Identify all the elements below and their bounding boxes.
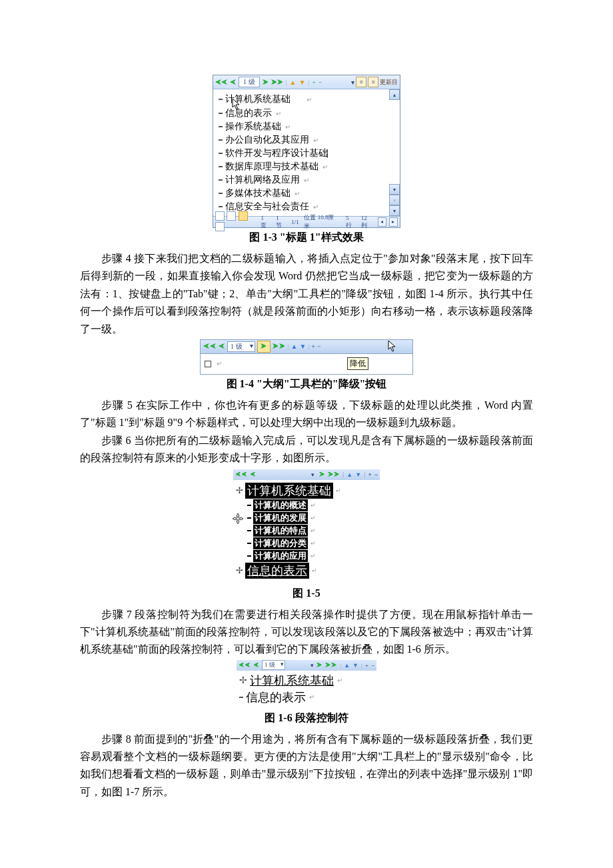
update-toc-label[interactable]: 更新目	[380, 78, 398, 87]
return-icon: ↵	[217, 360, 222, 367]
scroll-down-icon[interactable]: ▾	[389, 184, 400, 195]
outline-toolbar: ⮜⮜ ⮜ 1 级 ⮞ ⮞⮞ | ▲ ▼ | + − ▾ ≡ ≡ 更新目	[213, 75, 400, 89]
dropdown-icon[interactable]: ▾	[310, 662, 314, 669]
promote-double-icon[interactable]: ⮜⮜	[215, 79, 227, 86]
demote-double-icon[interactable]: ⮞⮞	[271, 79, 283, 86]
hscroll-right-icon[interactable]: ▸	[389, 217, 398, 227]
demote-double-icon[interactable]: ⮞⮞	[273, 343, 286, 350]
return-icon: ↵	[310, 553, 316, 559]
move-up-icon[interactable]: ▲	[291, 343, 298, 350]
status-col: 12 列	[360, 215, 375, 230]
heading-1-label: 计算机系统基础	[250, 673, 334, 689]
demote-double-icon[interactable]: ⮞⮞	[325, 662, 337, 669]
move-down-icon[interactable]: ▼	[355, 471, 361, 478]
outline-item-label: 多媒体技术基础	[225, 187, 291, 199]
scroll-up-icon[interactable]: ▴	[389, 89, 400, 100]
outline-item-label: 数据库原理与技术基础	[225, 161, 318, 173]
browse-next-icon[interactable]: ▾	[389, 205, 400, 216]
promote-double-icon[interactable]: ⮜⮜	[239, 662, 251, 669]
promote-icon[interactable]: ⮜	[250, 471, 256, 478]
toolbar: ⮜⮜ ⮜ 1 级 ▾ ⮞ ⮞⮞ | ▲ ▼ | + −	[237, 660, 376, 671]
figure-caption-1-5: 图 1-5	[80, 587, 533, 601]
collapse-icon[interactable]: −	[318, 79, 322, 86]
demote-icon[interactable]: ⮞	[263, 79, 269, 86]
heading-2-label: 计算机的发展	[253, 512, 308, 524]
view-print-icon[interactable]	[215, 222, 225, 231]
return-icon: ↵	[322, 163, 328, 171]
expand-icon[interactable]: +	[311, 343, 315, 350]
move-up-icon[interactable]: ▲	[290, 79, 297, 86]
bullet-icon	[247, 517, 251, 519]
bullet-icon	[219, 113, 223, 114]
heading-2-label: 计算机的分类	[253, 537, 308, 549]
toc-icon-b[interactable]: ≡	[368, 77, 378, 87]
move-up-icon[interactable]: ▲	[346, 471, 352, 478]
collapse-icon[interactable]: −	[371, 662, 374, 669]
move-down-icon[interactable]: ▼	[299, 343, 306, 350]
status-bar: 1 页 1 节 1/1 位置 10.8厘米 5 行 12 列 ◂ ▸	[213, 216, 400, 227]
outline-item-label: 信息安全与社会责任	[225, 201, 309, 213]
dropdown-icon[interactable]: ▾	[351, 79, 354, 86]
bullet-icon	[219, 99, 223, 100]
return-icon: ↵	[310, 515, 316, 521]
outline-item-label: 软件开发与程序设计基础	[225, 147, 328, 159]
return-icon: ↵	[276, 110, 281, 117]
toc-icon-a[interactable]: ≡	[356, 77, 366, 87]
toolbar: ⮜⮜ ⮜ ▾ ⮞ ⮞⮞ | ▲ ▼ | + −	[233, 469, 380, 480]
demote-icon[interactable]: ⮞	[319, 471, 325, 478]
expand-icon[interactable]: +	[365, 662, 368, 669]
expand-handle-icon[interactable]: ✢	[239, 675, 247, 686]
return-icon: ↵	[310, 540, 316, 547]
bullet-icon	[219, 179, 223, 181]
demote-button-highlighted[interactable]: ⮞	[257, 341, 271, 353]
collapse-icon[interactable]: −	[374, 471, 378, 478]
expand-icon[interactable]: +	[368, 471, 371, 478]
heading-2-label: 计算机的特点	[253, 525, 308, 537]
level-dropdown[interactable]: 1 级	[262, 660, 285, 670]
outline-item-label: 办公自动化及其应用	[225, 134, 309, 146]
return-icon: ↵	[336, 487, 341, 494]
move-cursor-icon	[233, 513, 243, 524]
demote-icon[interactable]: ⮞	[316, 662, 322, 669]
demote-double-icon[interactable]: ⮞⮞	[328, 471, 340, 478]
bullet-icon	[239, 697, 243, 698]
outline-fig1-6: ⮜⮜ ⮜ 1 级 ▾ ⮞ ⮞⮞ | ▲ ▼ | + − ✢计算机系统基础↵ 信息…	[237, 660, 376, 709]
browse-prev-icon[interactable]: ◦	[389, 195, 400, 205]
figure-caption-1-4: 图 1-4 "大纲"工具栏的"降级"按钮	[80, 377, 533, 391]
dropdown-icon[interactable]: ▾	[310, 471, 316, 478]
promote-double-icon[interactable]: ⮜⮜	[203, 343, 217, 350]
promote-icon[interactable]: ⮜	[253, 662, 259, 669]
cursor-icon	[232, 98, 241, 111]
status-pages: 1/1	[290, 219, 301, 225]
return-icon: ↵	[309, 693, 314, 701]
return-icon: ↵	[295, 190, 300, 197]
move-down-icon[interactable]: ▼	[299, 79, 305, 86]
paragraph-step-4: 步骤 4 接下来我们把文档的二级标题输入，将插入点定位于"参加对象"段落末尾，按…	[80, 250, 533, 338]
return-icon: ↵	[285, 123, 291, 131]
promote-icon[interactable]: ⮜	[230, 79, 236, 86]
tooltip-demote: 降低	[347, 357, 368, 370]
outline-fig1-5: ⮜⮜ ⮜ ▾ ⮞ ⮞⮞ | ▲ ▼ | + − ✢计算机系统基础↵ 计算机的概述…	[233, 469, 380, 584]
expand-icon[interactable]: +	[312, 79, 316, 86]
collapse-icon[interactable]: −	[317, 343, 321, 350]
return-icon: ↵	[310, 502, 316, 509]
bullet-icon	[247, 555, 251, 557]
bullet-icon	[219, 153, 223, 154]
paragraph-step-7: 步骤 7 段落控制符为我们在需要进行相关段落操作时提供了方便。现在用鼠标指针单击…	[80, 606, 533, 659]
expand-handle-icon[interactable]: ✢	[235, 485, 243, 495]
promote-icon[interactable]: ⮜	[219, 343, 225, 350]
move-up-icon[interactable]: ▲	[344, 662, 350, 669]
return-icon: ↵	[313, 137, 318, 144]
return-icon: ↵	[312, 567, 317, 574]
expand-handle-icon[interactable]: ✢	[235, 565, 243, 575]
heading-1-label: 信息的表示	[245, 563, 309, 579]
level-dropdown[interactable]: 1 级	[227, 341, 255, 352]
promote-double-icon[interactable]: ⮜⮜	[235, 471, 247, 478]
figure-caption-1-3: 图 1-3 "标题 1"样式效果	[80, 231, 533, 245]
hscroll-left-icon[interactable]: ◂	[378, 217, 386, 227]
bullet-icon	[219, 193, 223, 194]
level-dropdown[interactable]: 1 级	[239, 77, 260, 87]
return-icon: ↵	[313, 203, 318, 211]
bullet-icon	[205, 361, 211, 367]
move-down-icon[interactable]: ▼	[352, 662, 358, 669]
